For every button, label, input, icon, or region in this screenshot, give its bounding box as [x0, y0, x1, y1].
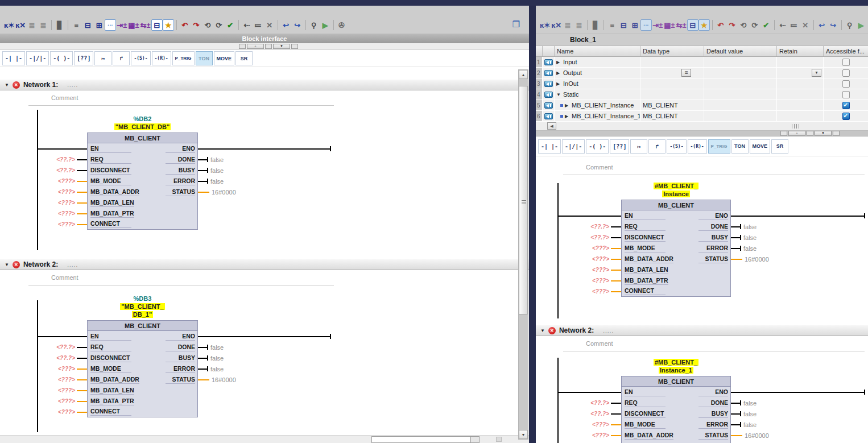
row-name[interactable]: Output — [563, 69, 582, 76]
network-comment[interactable]: Comment — [563, 338, 865, 351]
empty-box-button[interactable]: [??] — [74, 51, 93, 65]
block-title[interactable]: MB_CLIENT — [87, 133, 198, 143]
network-comment[interactable]: Comment — [28, 272, 334, 285]
input-pin-label[interactable]: MB_MODE — [625, 245, 666, 252]
cross-reference-icon[interactable]: ✕ — [800, 19, 811, 31]
go-to-previous-point-icon[interactable]: ↩ — [816, 19, 828, 31]
display-format-icon[interactable]: ⊟ — [151, 19, 163, 31]
operand-placeholder[interactable]: <???> — [58, 376, 75, 383]
empty-box-button[interactable]: [??] — [610, 139, 629, 154]
data-type-browse-button[interactable]: ≣ — [681, 69, 691, 77]
absolute-operands-icon[interactable]: ⇥± — [652, 19, 663, 31]
contact-open-button[interactable]: -| |- — [2, 51, 25, 65]
delete-network-icon[interactable]: ĸ✕ — [551, 19, 562, 31]
close-branch-button[interactable]: ↱ — [648, 139, 666, 154]
input-pin-label[interactable]: REQ — [625, 399, 666, 407]
input-pin-label[interactable]: MB_DATA_ADDR — [90, 376, 139, 384]
consistency-check-icon[interactable]: ✔ — [760, 19, 772, 31]
default-value-cell[interactable] — [704, 89, 777, 100]
default-value-cell[interactable] — [704, 68, 777, 78]
interface-row[interactable]: 3 ▶ InOut — [536, 78, 868, 89]
output-pin-label[interactable]: ENO — [698, 388, 728, 396]
operand-placeholder[interactable]: <???> — [592, 278, 609, 284]
call-structure-icon[interactable]: ⇠ — [777, 19, 788, 31]
expand-networks-icon[interactable]: ≡ — [606, 19, 618, 31]
next-error-icon[interactable]: ↷ — [726, 19, 738, 31]
output-pin-label[interactable]: BUSY — [166, 167, 195, 175]
input-pin-label[interactable]: MB_DATA_LEN — [90, 387, 134, 395]
symbolic-operands-icon[interactable]: ▦± — [127, 19, 139, 31]
operand-placeholder[interactable]: <???> — [58, 189, 75, 195]
absolute-operands-icon[interactable]: ⇥± — [116, 19, 127, 31]
block-title[interactable]: MB_CLIENT — [87, 320, 198, 331]
pane-divider[interactable] — [529, 6, 536, 443]
next-error-icon[interactable]: ↷ — [191, 19, 202, 31]
default-value-cell[interactable] — [704, 57, 777, 67]
column-header[interactable]: Retain — [777, 46, 824, 56]
label-line[interactable]: Instance_1 — [659, 367, 693, 374]
start-simulation-icon[interactable]: ▶ — [855, 19, 867, 31]
row-name[interactable]: Static — [563, 91, 579, 98]
table-horizontal-scrollbar[interactable]: ◀ — [536, 122, 868, 131]
append-row-icon[interactable]: ≣ — [573, 19, 585, 31]
coil-button[interactable]: -( )- — [50, 51, 73, 65]
input-pin-label[interactable]: MB_DATA_ADDR — [90, 188, 139, 196]
network-header[interactable]: ▼ Network 2: ..... — [0, 259, 529, 270]
operand-placeholder[interactable]: <???> — [592, 432, 609, 438]
input-pin-label[interactable]: EN — [90, 145, 131, 153]
operand-placeholder[interactable]: <???> — [58, 366, 75, 372]
input-pin-label[interactable]: MB_MODE — [625, 421, 666, 429]
start-simulation-icon[interactable]: ▶ — [320, 19, 331, 31]
output-pin-label[interactable]: STATUS — [698, 255, 728, 263]
scrollbar-grip[interactable] — [792, 124, 800, 129]
sr-button[interactable]: SR — [235, 51, 253, 65]
label-line[interactable]: Instance — [662, 191, 690, 197]
input-pin-label[interactable]: REQ — [625, 223, 666, 231]
input-pin-label[interactable]: REQ — [90, 343, 131, 351]
expander-icon[interactable]: ▶ — [556, 81, 561, 86]
interface-row[interactable]: 1 ▶ Input — [536, 57, 868, 68]
block-instance-label[interactable]: %DB3"MB_CLIENT_DB_1" — [87, 295, 198, 318]
input-pin-label[interactable]: CONNECT — [90, 220, 131, 228]
expander-icon[interactable]: ▶ — [565, 103, 570, 108]
operand-representation-icon[interactable]: ⇆± — [140, 19, 151, 31]
operand-placeholder[interactable]: <???> — [592, 245, 609, 251]
assignment-list-icon[interactable]: ≔ — [253, 19, 264, 31]
expander-icon[interactable]: ▶ — [565, 114, 570, 119]
label-line[interactable]: %DB2 — [133, 115, 153, 122]
scroll-down-button[interactable]: ▼ — [519, 430, 528, 439]
p-trig-button[interactable]: P_TRIG — [708, 139, 730, 154]
output-pin-label[interactable]: ENO — [166, 145, 195, 153]
network-header[interactable]: ▼ Network 2: ..... — [536, 325, 868, 336]
column-header[interactable]: Default value — [704, 46, 777, 56]
input-pin-label[interactable]: MB_MODE — [90, 177, 131, 185]
set-coil-button[interactable]: -(S)- — [131, 51, 150, 65]
input-pin-label[interactable]: DISCONNECT — [90, 167, 131, 175]
label-line[interactable]: "MB_CLIENT_DB" — [114, 123, 171, 130]
expander-icon[interactable]: ▶ — [556, 60, 561, 65]
operand-placeholder[interactable]: <???> — [592, 267, 609, 273]
collapse-triangle-icon[interactable]: ▼ — [5, 262, 9, 267]
network-header[interactable]: ▼ Network 1: ..... — [0, 80, 529, 90]
close-all-networks-icon[interactable]: ⊞ — [629, 19, 640, 31]
consistency-check-icon[interactable]: ✔ — [225, 19, 236, 31]
scroll-up-button[interactable]: ▲ — [519, 70, 528, 79]
go-to-previous-point-icon[interactable]: ↩ — [280, 19, 292, 31]
input-pin-label[interactable]: MB_MODE — [90, 365, 131, 373]
vertical-scrollbar[interactable]: ▲ ▼ — [518, 69, 528, 440]
go-to-next-point-icon[interactable]: ↪ — [292, 19, 303, 31]
output-pin-label[interactable]: STATUS — [166, 376, 195, 384]
scroll-left-button[interactable]: ◀ — [547, 122, 556, 130]
operand-placeholder[interactable]: <???> — [58, 387, 75, 394]
interface-row[interactable]: 6 ▶ MB_CLIENT_Instance_1 MB_CLIENT — [536, 111, 868, 122]
accessible-checkbox[interactable] — [842, 59, 850, 66]
operand-placeholder[interactable]: <??.?> — [56, 156, 75, 163]
network-title-placeholder[interactable]: ..... — [67, 82, 78, 88]
input-pin-label[interactable]: CONNECT — [625, 287, 666, 295]
operand-placeholder[interactable]: <??.?> — [590, 400, 609, 406]
output-pin-label[interactable]: ENO — [166, 333, 195, 341]
update-block-call-icon[interactable]: ⟲ — [738, 19, 749, 31]
row-name[interactable]: InOut — [563, 80, 578, 87]
column-header[interactable] — [543, 46, 555, 56]
ton-button[interactable]: TON — [196, 51, 213, 65]
